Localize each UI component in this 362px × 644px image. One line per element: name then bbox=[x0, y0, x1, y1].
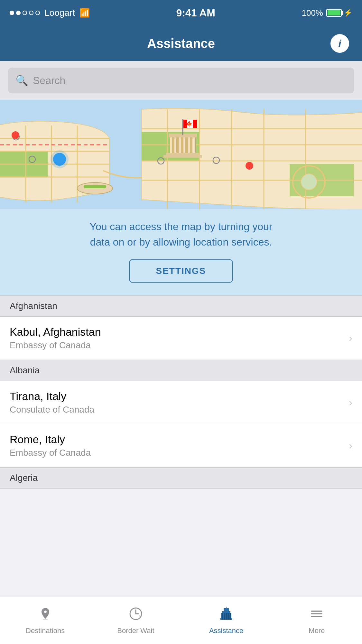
map-section: 🍁 You can access the map by turning your… bbox=[0, 100, 362, 295]
chevron-right-icon: › bbox=[349, 332, 352, 344]
list-item-content-rome: Rome, Italy Embassy of Canada bbox=[10, 433, 91, 458]
tab-more[interactable]: More bbox=[272, 607, 362, 635]
tab-border-wait-label: Border Wait bbox=[117, 627, 154, 635]
list-item-rome[interactable]: Rome, Italy Embassy of Canada › bbox=[0, 424, 362, 467]
battery-container: ⚡ bbox=[326, 9, 352, 17]
dot-empty-3 bbox=[35, 11, 40, 15]
section-header-albania: Albania bbox=[0, 360, 362, 381]
tab-destinations[interactable]: Destinations bbox=[0, 607, 90, 635]
list-item-title-rome: Rome, Italy bbox=[10, 433, 91, 446]
svg-point-45 bbox=[246, 162, 253, 170]
map-message-area: You can access the map by turning your d… bbox=[0, 209, 362, 295]
svg-text:🍁: 🍁 bbox=[186, 121, 192, 127]
tab-assistance-label: Assistance bbox=[209, 627, 243, 635]
status-bar: Loogart 📶 9:41 AM 100% ⚡ bbox=[0, 0, 362, 26]
dot-filled-2 bbox=[16, 11, 21, 15]
svg-rect-54 bbox=[222, 613, 223, 620]
list-item-content-tirana: Tirana, Italy Consulate of Canada bbox=[10, 390, 94, 415]
battery-icon bbox=[326, 9, 342, 17]
section-header-algeria: Algeria bbox=[0, 467, 362, 489]
battery-percent: 100% bbox=[302, 8, 323, 18]
dot-filled-1 bbox=[10, 11, 14, 15]
svg-point-14 bbox=[12, 131, 19, 139]
svg-rect-33 bbox=[185, 137, 188, 153]
clock-icon bbox=[129, 607, 143, 624]
carrier-label: Loogart bbox=[44, 8, 75, 18]
dot-empty-1 bbox=[23, 11, 27, 15]
svg-rect-55 bbox=[224, 613, 225, 620]
signal-dots bbox=[10, 11, 40, 15]
tab-destinations-label: Destinations bbox=[26, 627, 65, 635]
more-icon bbox=[310, 607, 324, 624]
svg-rect-31 bbox=[176, 137, 179, 153]
svg-rect-16 bbox=[84, 185, 106, 188]
svg-rect-30 bbox=[172, 137, 174, 153]
search-bar[interactable]: 🔍 Search bbox=[8, 68, 354, 93]
chevron-right-icon-tirana: › bbox=[349, 397, 352, 408]
tab-bar: Destinations Border Wait bbox=[0, 597, 362, 644]
section-header-afghanistan: Afghanistan bbox=[0, 295, 362, 317]
svg-rect-57 bbox=[227, 613, 229, 620]
battery-fill bbox=[328, 10, 340, 15]
dot-empty-2 bbox=[29, 11, 33, 15]
nav-bar: Assistance i bbox=[0, 26, 362, 61]
list-item-title: Kabul, Afghanistan bbox=[10, 326, 101, 338]
search-container: 🔍 Search bbox=[0, 61, 362, 100]
page-title: Assistance bbox=[147, 36, 215, 51]
map-graphic: 🍁 bbox=[0, 100, 362, 209]
svg-point-46 bbox=[43, 619, 48, 620]
search-placeholder: Search bbox=[33, 75, 65, 87]
svg-rect-35 bbox=[166, 153, 200, 155]
list-item-subtitle-rome: Embassy of Canada bbox=[10, 448, 91, 458]
assistance-icon bbox=[219, 607, 233, 624]
list-item-kabul[interactable]: Kabul, Afghanistan Embassy of Canada › bbox=[0, 317, 362, 360]
svg-point-11 bbox=[51, 150, 69, 168]
list-item-subtitle: Embassy of Canada bbox=[10, 340, 101, 350]
search-icon: 🔍 bbox=[15, 74, 28, 87]
info-icon: i bbox=[339, 38, 341, 50]
status-right: 100% ⚡ bbox=[302, 8, 352, 18]
wifi-icon: 📶 bbox=[79, 8, 90, 18]
chevron-right-icon-rome: › bbox=[349, 440, 352, 452]
svg-point-42 bbox=[301, 174, 317, 190]
status-left: Loogart 📶 bbox=[10, 8, 90, 18]
list-item-subtitle-tirana: Consulate of Canada bbox=[10, 405, 94, 415]
list-item-tirana[interactable]: Tirana, Italy Consulate of Canada › bbox=[0, 381, 362, 424]
tab-border-wait[interactable]: Border Wait bbox=[90, 607, 181, 635]
charging-icon: ⚡ bbox=[344, 9, 352, 17]
info-button[interactable]: i bbox=[330, 34, 349, 53]
time-display: 9:41 AM bbox=[176, 7, 215, 19]
map-message: You can access the map by turning your d… bbox=[13, 219, 349, 250]
svg-rect-36 bbox=[163, 155, 202, 158]
tab-more-label: More bbox=[309, 627, 325, 635]
settings-button[interactable]: SETTINGS bbox=[129, 259, 232, 283]
destinations-icon bbox=[38, 607, 52, 624]
svg-rect-34 bbox=[190, 137, 192, 153]
list-item-title-tirana: Tirana, Italy bbox=[10, 390, 94, 403]
svg-rect-56 bbox=[226, 613, 227, 620]
list-item-content: Kabul, Afghanistan Embassy of Canada bbox=[10, 326, 101, 350]
tab-assistance[interactable]: Assistance bbox=[181, 607, 272, 635]
svg-rect-58 bbox=[229, 613, 231, 620]
svg-rect-32 bbox=[181, 137, 183, 153]
